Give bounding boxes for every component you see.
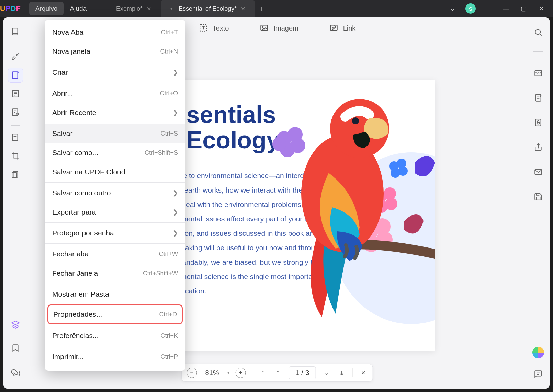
close-window-button[interactable]: ✕ xyxy=(537,5,546,12)
separator xyxy=(488,4,488,13)
text-icon xyxy=(199,23,208,33)
close-controls-icon[interactable]: ✕ xyxy=(359,370,368,376)
menu-protect[interactable]: Proteger por senha❯ xyxy=(45,223,185,243)
menu-save[interactable]: SalvarCtrl+S xyxy=(45,124,185,143)
svg-rect-41 xyxy=(535,94,541,101)
save-icon[interactable] xyxy=(531,189,546,204)
zoom-out-button[interactable]: − xyxy=(187,368,197,378)
prev-page-icon[interactable]: ⌃ xyxy=(274,370,283,376)
redact-icon[interactable] xyxy=(8,130,23,145)
attachment-icon[interactable] xyxy=(8,364,23,379)
highlighter-icon[interactable] xyxy=(8,49,23,64)
menu-new-tab[interactable]: Nova AbaCtrl+T xyxy=(45,23,185,42)
search-icon[interactable] xyxy=(531,25,546,40)
share-icon[interactable] xyxy=(531,140,546,155)
separator xyxy=(45,182,185,183)
tab-label: Essential of Ecology* xyxy=(179,5,237,12)
tool-image[interactable]: Imagem xyxy=(260,23,298,33)
zoom-value[interactable]: 81% xyxy=(203,369,221,377)
tab-exemplo[interactable]: Exemplo* ✕ xyxy=(106,0,161,17)
page-layout-icon[interactable] xyxy=(8,86,23,101)
svg-point-21 xyxy=(272,137,286,151)
chevron-right-icon: ❯ xyxy=(173,69,178,76)
svg-rect-10 xyxy=(12,173,16,178)
svg-rect-43 xyxy=(537,122,540,124)
book-icon[interactable] xyxy=(8,24,23,39)
close-icon[interactable]: ✕ xyxy=(147,5,151,12)
tool-link[interactable]: Link xyxy=(329,23,356,33)
chevron-down-icon[interactable]: ▾ xyxy=(170,6,172,11)
crop-icon[interactable] xyxy=(8,148,23,163)
page-controls: − 81% ▾ + ⤒ ⌃ 1 / 3 ⌄ ⤓ ✕ xyxy=(182,364,373,382)
menu-print[interactable]: Imprimir...Ctrl+P xyxy=(45,347,185,366)
chevron-right-icon: ❯ xyxy=(173,208,178,216)
close-icon[interactable]: ✕ xyxy=(241,5,245,12)
chevron-right-icon: ❯ xyxy=(173,229,178,237)
menu-new-window[interactable]: Nova janelaCtrl+N xyxy=(45,42,185,61)
layers-icon[interactable] xyxy=(8,317,23,332)
menu-properties[interactable]: Propriedades...Ctrl+D xyxy=(47,304,183,324)
tool-label: Imagem xyxy=(273,24,298,32)
chevron-down-icon[interactable]: ⌄ xyxy=(448,5,457,12)
separator xyxy=(45,83,185,83)
menu-preferences[interactable]: Preferências...Ctrl+K xyxy=(45,326,185,345)
menu-close-window[interactable]: Fechar JanelaCtrl+Shift+W xyxy=(45,264,185,283)
next-page-icon[interactable]: ⌄ xyxy=(322,370,331,376)
protect-icon[interactable] xyxy=(531,115,546,130)
svg-point-33 xyxy=(391,168,400,178)
separator xyxy=(352,368,352,377)
menu-close-tab[interactable]: Fechar abaCtrl+W xyxy=(45,244,185,264)
tool-label: Texto xyxy=(213,24,229,32)
tab-essential[interactable]: ▾ Essential of Ecology* ✕ xyxy=(161,0,255,17)
mail-icon[interactable] xyxy=(531,164,546,180)
svg-rect-42 xyxy=(535,119,541,126)
separator xyxy=(533,51,543,52)
minimize-button[interactable]: — xyxy=(501,5,510,12)
menu-open-recent[interactable]: Abrir Recente❯ xyxy=(45,103,185,122)
svg-rect-0 xyxy=(12,72,18,79)
svg-point-6 xyxy=(16,113,18,115)
separator xyxy=(45,243,185,244)
maximize-button[interactable]: ▢ xyxy=(519,5,528,12)
zoom-in-button[interactable]: + xyxy=(236,368,246,378)
menu-file[interactable]: Arquivo xyxy=(29,2,64,15)
menu-create[interactable]: Criar❯ xyxy=(45,63,185,82)
pages-icon[interactable] xyxy=(8,167,23,182)
menu-save-other[interactable]: Salvar como outro❯ xyxy=(45,183,185,203)
tabs: Exemplo* ✕ ▾ Essential of Ecology* ✕ ＋ xyxy=(106,0,269,17)
menu-save-cloud[interactable]: Salvar na UPDF Cloud xyxy=(45,162,185,182)
titlebar: UPDF Arquivo Ajuda Exemplo* ✕ ▾ Essentia… xyxy=(0,0,553,17)
chevron-right-icon: ❯ xyxy=(173,189,178,197)
first-page-icon[interactable]: ⤒ xyxy=(259,370,268,376)
chevron-down-icon[interactable]: ▾ xyxy=(227,370,229,375)
separator xyxy=(45,325,185,325)
svg-marker-11 xyxy=(12,321,19,325)
new-tab-button[interactable]: ＋ xyxy=(255,0,269,17)
separator xyxy=(45,367,185,367)
tool-text[interactable]: Texto xyxy=(199,23,229,33)
separator xyxy=(11,125,20,126)
menu-save-as[interactable]: Salvar como...Ctrl+Shift+S xyxy=(45,143,185,162)
ocr-icon[interactable]: OCR xyxy=(531,66,546,81)
svg-rect-15 xyxy=(330,25,337,30)
form-icon[interactable] xyxy=(8,105,23,120)
menu-open[interactable]: Abrir...Ctrl+O xyxy=(45,84,185,103)
separator xyxy=(252,368,252,377)
avatar[interactable]: S xyxy=(465,3,476,14)
menu-help[interactable]: Ajuda xyxy=(64,2,93,15)
bookmark-icon[interactable] xyxy=(8,341,23,356)
edit-page-icon[interactable] xyxy=(8,68,23,83)
menu-export[interactable]: Exportar para❯ xyxy=(45,203,185,222)
chevron-right-icon: ❯ xyxy=(173,109,178,116)
separator xyxy=(45,62,185,62)
page-indicator[interactable]: 1 / 3 xyxy=(289,366,316,379)
last-page-icon[interactable]: ⤓ xyxy=(337,370,346,376)
ai-assistant-icon[interactable] xyxy=(532,347,544,358)
file-menu: Nova AbaCtrl+T Nova janelaCtrl+N Criar❯ … xyxy=(45,20,185,371)
separator xyxy=(45,123,185,123)
comment-icon[interactable] xyxy=(531,367,546,382)
image-icon xyxy=(260,23,269,33)
svg-point-36 xyxy=(352,117,359,124)
convert-icon[interactable] xyxy=(531,90,546,105)
menu-show-in-folder[interactable]: Mostrar em Pasta xyxy=(45,285,185,304)
